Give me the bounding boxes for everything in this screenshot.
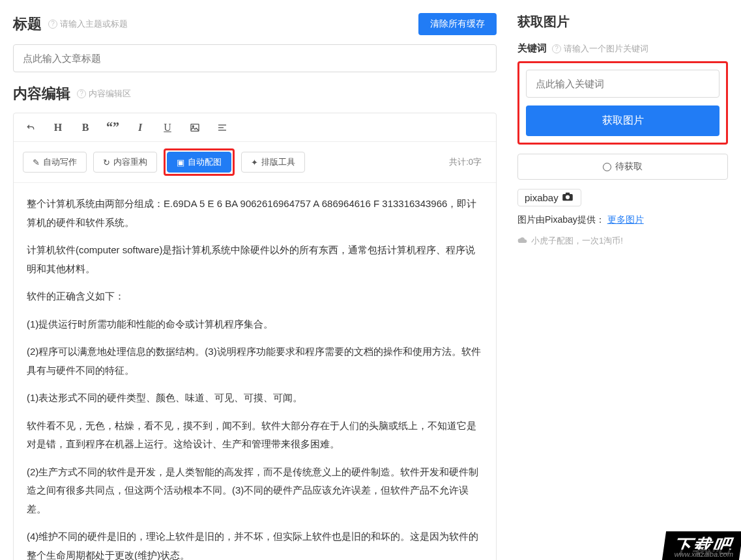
circle-icon <box>603 163 611 171</box>
highlight-keyword-box: 获取图片 <box>517 61 728 145</box>
editor-box: H B “” I U ✎ 自动写作 ↻ 内容重构 ▣ <box>13 113 497 560</box>
sidebar-panel: 获取图片 关键词 ? 请输入一个图片关键词 获取图片 待获取 pixabay 图… <box>510 0 741 560</box>
more-images-link[interactable]: 更多图片 <box>607 214 644 225</box>
watermark: 下载吧 www.xiazaiba.com <box>662 531 741 560</box>
pending-button[interactable]: 待获取 <box>517 154 728 180</box>
align-left-icon[interactable] <box>216 122 229 133</box>
heading-icon[interactable]: H <box>51 122 65 133</box>
sidebar-heading: 获取图片 <box>517 13 728 31</box>
content-paragraph: 软件看不见，无色，枯燥，看不见，摸不到，闻不到。软件大部分存在于人们的头脑或纸上… <box>27 417 483 454</box>
svg-point-7 <box>566 195 570 199</box>
pixabay-badge: pixabay <box>517 189 581 206</box>
info-icon: ? <box>552 44 561 53</box>
clear-cache-button[interactable]: 清除所有缓存 <box>418 13 497 35</box>
fetch-image-button[interactable]: 获取图片 <box>526 105 719 136</box>
refresh-icon: ↻ <box>103 158 110 167</box>
info-icon: ? <box>48 20 57 29</box>
title-heading: 标题 <box>13 14 42 34</box>
pencil-icon: ✎ <box>33 158 40 167</box>
content-paragraph: (2)生产方式不同的软件是开发，是人类智能的高发挥，而不是传统意义上的硬件制造。… <box>27 463 483 519</box>
info-icon: ? <box>77 89 86 98</box>
content-paragraph: (1)提供运行时所需功能和性能的命令或计算机程序集合。 <box>27 315 483 334</box>
watermark-url: www.xiazaiba.com <box>670 550 738 559</box>
bold-icon[interactable]: B <box>79 122 92 133</box>
quote-icon[interactable]: “” <box>106 120 119 135</box>
wand-icon: ✦ <box>251 158 258 167</box>
format-toolbar: H B “” I U <box>14 113 496 142</box>
keyword-label: 关键词 <box>517 42 547 55</box>
layers-icon: ▣ <box>177 158 184 167</box>
highlight-auto-image: ▣ 自动配图 <box>164 148 235 176</box>
title-hint: ? 请输入主题或标题 <box>48 18 128 30</box>
content-paragraph: 计算机软件(computer software)是指计算机系统中除硬件以外的所有… <box>27 241 483 278</box>
image-icon[interactable] <box>188 122 201 133</box>
keyword-hint: ? 请输入一个图片关键词 <box>552 43 648 55</box>
content-header: 内容编辑 ? 内容编辑区 <box>13 84 497 104</box>
svg-point-1 <box>192 126 194 127</box>
content-heading: 内容编辑 <box>13 84 70 104</box>
title-header: 标题 ? 请输入主题或标题 清除所有缓存 <box>13 13 497 35</box>
content-hint: ? 内容编辑区 <box>77 88 131 100</box>
content-paragraph: (2)程序可以满意地处理信息的数据结构。(3)说明程序功能要求和程序需要的文档的… <box>27 343 483 380</box>
provided-by-row: 图片由Pixabay提供： 更多图片 <box>517 214 728 226</box>
undo-icon[interactable] <box>24 122 37 133</box>
article-title-input[interactable] <box>13 44 497 72</box>
keyword-input[interactable] <box>526 70 719 98</box>
italic-icon[interactable]: I <box>134 122 147 133</box>
auto-image-button[interactable]: ▣ 自动配图 <box>167 152 231 173</box>
cloud-icon <box>517 236 528 246</box>
content-paragraph: 整个计算机系统由两部分组成：E.69DA 5 E 6 BA 9062616964… <box>27 195 483 232</box>
underline-icon[interactable]: U <box>161 122 174 133</box>
action-toolbar: ✎ 自动写作 ↻ 内容重构 ▣ 自动配图 ✦ 排版工具 共计:0字 <box>14 142 496 183</box>
content-paragraph: (4)维护不同的硬件是旧的，理论上软件是旧的，并不坏，但实际上软件也是旧的和坏的… <box>27 527 483 560</box>
auto-write-button[interactable]: ✎ 自动写作 <box>23 152 87 173</box>
content-restruct-button[interactable]: ↻ 内容重构 <box>93 152 157 173</box>
svg-rect-6 <box>566 193 570 195</box>
main-panel: 标题 ? 请输入主题或标题 清除所有缓存 内容编辑 ? 内容编辑区 H B “”… <box>0 0 510 560</box>
editor-content[interactable]: 整个计算机系统由两部分组成：E.69DA 5 E 6 BA 9062616964… <box>14 183 496 560</box>
word-count: 共计:0字 <box>449 156 487 168</box>
keyword-label-row: 关键词 ? 请输入一个图片关键词 <box>517 42 728 55</box>
content-paragraph: (1)表达形式不同的硬件类型、颜色、味道、可见、可摸、可闻。 <box>27 389 483 408</box>
camera-icon <box>561 192 574 203</box>
layout-tool-button[interactable]: ✦ 排版工具 <box>241 152 305 173</box>
footer-note: 小虎子配图，一次1淘币! <box>517 235 728 247</box>
content-paragraph: 软件的正确含义如下： <box>27 287 483 306</box>
